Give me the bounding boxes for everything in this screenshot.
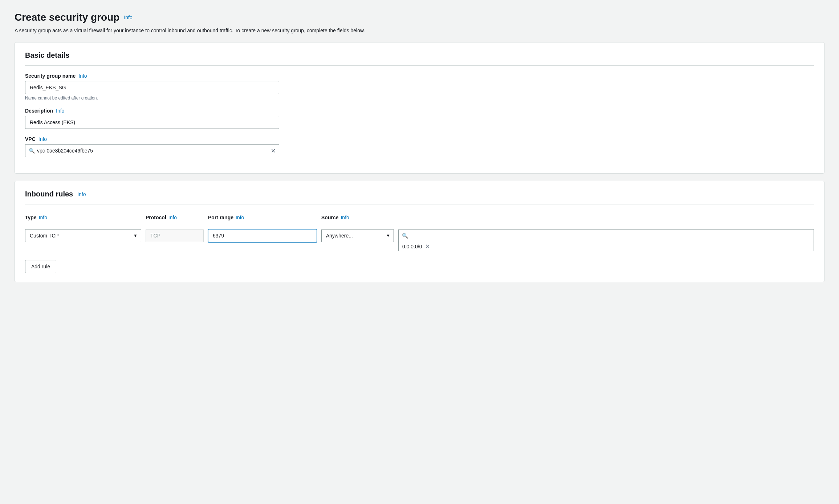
inbound-rules-header: Inbound rules Info <box>25 190 814 204</box>
description-label: Description Info <box>25 108 814 114</box>
cidr-tag: 0.0.0.0/0 ✕ <box>398 242 814 251</box>
vpc-label: VPC Info <box>25 136 814 142</box>
add-rule-button[interactable]: Add rule <box>25 260 56 273</box>
page-header: Create security group Info <box>15 12 824 23</box>
vpc-input[interactable] <box>25 144 279 157</box>
cidr-close-icon[interactable]: ✕ <box>425 244 430 249</box>
port-range-info-link[interactable]: Info <box>236 215 244 220</box>
col-header-extra <box>398 215 814 220</box>
security-group-name-label: Security group name Info <box>25 73 814 79</box>
page-title-info-link[interactable]: Info <box>124 15 132 20</box>
protocol-input <box>146 229 204 242</box>
security-group-name-group: Security group name Info Name cannot be … <box>25 73 814 101</box>
source-select-wrapper: Anywhere... Anywhere (0.0.0.0/0) Anywher… <box>321 229 394 242</box>
source-select[interactable]: Anywhere... Anywhere (0.0.0.0/0) Anywher… <box>321 229 394 242</box>
page-title: Create security group <box>15 12 119 23</box>
rules-table-header: Type Info Protocol Info Port range Info … <box>25 212 814 223</box>
inbound-rules-card: Inbound rules Info Type Info Protocol In… <box>15 181 824 282</box>
vpc-input-wrapper: 🔍 ✕ <box>25 144 279 157</box>
security-group-name-hint: Name cannot be edited after creation. <box>25 95 814 101</box>
description-group: Description Info <box>25 108 814 129</box>
col-header-source: Source Info <box>321 215 394 220</box>
protocol-info-link[interactable]: Info <box>168 215 177 220</box>
col-header-protocol: Protocol Info <box>146 215 204 220</box>
basic-details-title: Basic details <box>25 51 814 66</box>
vpc-clear-icon[interactable]: ✕ <box>271 147 276 154</box>
type-select[interactable]: Custom TCP Custom UDP SSH HTTP HTTPS All… <box>25 229 141 242</box>
security-group-name-input[interactable] <box>25 81 279 94</box>
type-info-link[interactable]: Info <box>39 215 47 220</box>
type-select-wrapper: Custom TCP Custom UDP SSH HTTP HTTPS All… <box>25 229 141 242</box>
source-info-link[interactable]: Info <box>341 215 349 220</box>
protocol-cell <box>146 229 204 242</box>
description-input[interactable] <box>25 116 279 129</box>
vpc-group: VPC Info 🔍 ✕ <box>25 136 814 157</box>
source-search-wrapper: 🔍 <box>398 229 814 242</box>
page-description: A security group acts as a virtual firew… <box>15 28 450 33</box>
cidr-value: 0.0.0.0/0 <box>402 244 422 249</box>
basic-details-card: Basic details Security group name Info N… <box>15 42 824 174</box>
source-search-input[interactable] <box>398 229 814 242</box>
vpc-info-link[interactable]: Info <box>38 136 47 142</box>
rule-row: Custom TCP Custom UDP SSH HTTP HTTPS All… <box>25 226 814 254</box>
col-header-port-range: Port range Info <box>208 215 317 220</box>
description-info-link[interactable]: Info <box>56 108 64 114</box>
security-group-name-info-link[interactable]: Info <box>78 73 87 79</box>
col-header-type: Type Info <box>25 215 141 220</box>
source-value-cell: 🔍 0.0.0.0/0 ✕ <box>398 229 814 251</box>
port-range-input[interactable] <box>208 229 317 242</box>
port-range-cell <box>208 229 317 242</box>
inbound-rules-title: Inbound rules <box>25 190 73 198</box>
inbound-rules-info-link[interactable]: Info <box>77 191 86 197</box>
